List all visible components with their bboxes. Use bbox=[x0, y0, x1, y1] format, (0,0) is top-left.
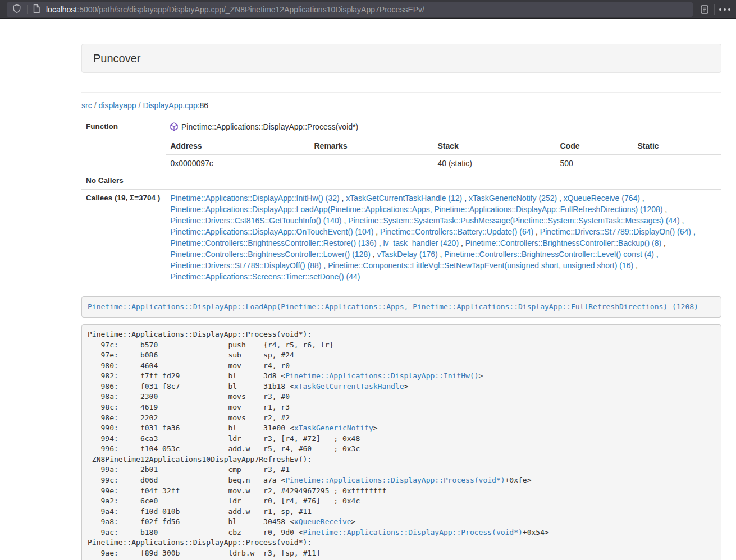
metrics-table: Address Remarks Stack Code Static 0x0000… bbox=[166, 137, 722, 172]
callees-row-label: Callees (19, Σ=3704 ) bbox=[81, 190, 166, 286]
empty-row-label bbox=[81, 137, 166, 172]
callers-row-label: No Callers bbox=[81, 172, 166, 190]
table-row: Callees (19, Σ=3704 ) Pinetime::Applicat… bbox=[81, 190, 721, 286]
callee-separator: , bbox=[459, 238, 465, 247]
browser-url-bar: localhost:5000/path/src/displayapp/Displ… bbox=[0, 0, 736, 19]
metrics-cell: Address Remarks Stack Code Static 0x0000… bbox=[166, 137, 721, 172]
callee-link[interactable]: xTaskGenericNotify (252) bbox=[469, 194, 557, 203]
page-content: Puncover src/displayapp/DisplayApp.cpp:8… bbox=[81, 19, 721, 560]
col-header-address: Address bbox=[166, 137, 310, 155]
callee-separator: , bbox=[654, 250, 659, 259]
reader-mode-icon[interactable] bbox=[700, 4, 710, 17]
assembly-symbol-link[interactable]: Pinetime::Applications::DisplayApp::Proc… bbox=[303, 528, 523, 536]
callee-separator: , bbox=[321, 261, 328, 270]
static-value bbox=[633, 155, 722, 172]
breadcrumb-line-number: :86 bbox=[198, 101, 208, 110]
breadcrumb: src/displayapp/DisplayApp.cpp:86 bbox=[81, 100, 721, 111]
divider-rule bbox=[81, 92, 721, 93]
url-field[interactable]: localhost:5000/path/src/displayapp/Displ… bbox=[7, 2, 693, 17]
divider bbox=[27, 5, 28, 14]
callee-link[interactable]: Pinetime::Controllers::BrightnessControl… bbox=[171, 250, 371, 259]
function-name: Pinetime::Applications::DisplayApp::Proc… bbox=[181, 122, 358, 131]
address-value: 0x0000097c bbox=[166, 155, 310, 172]
callee-link[interactable]: Pinetime::Applications::Screens::Timer::… bbox=[171, 272, 360, 281]
callee-separator: , bbox=[342, 216, 349, 225]
col-header-static: Static bbox=[633, 137, 722, 155]
callee-separator: , bbox=[533, 227, 540, 236]
callee-separator: , bbox=[462, 194, 469, 203]
breadcrumb-link-file[interactable]: DisplayApp.cpp bbox=[143, 101, 197, 110]
function-row-label: Function bbox=[81, 118, 166, 137]
callee-separator: , bbox=[377, 238, 383, 247]
callee-link[interactable]: Pinetime::Components::LittleVgl::SetNewT… bbox=[328, 261, 633, 270]
overflow-menu-icon[interactable] bbox=[719, 8, 730, 11]
page-title: Puncover bbox=[93, 52, 141, 65]
remarks-value bbox=[310, 155, 433, 172]
url-path: :5000/path/src/displayapp/DisplayApp.cpp… bbox=[77, 5, 424, 14]
callee-separator: , bbox=[661, 238, 666, 247]
loadapp-symbol-link[interactable]: Pinetime::Applications::DisplayApp::Load… bbox=[88, 302, 698, 311]
callee-separator: , bbox=[640, 194, 644, 203]
page-icon[interactable] bbox=[33, 4, 40, 16]
callee-link[interactable]: Pinetime::Controllers::BrightnessControl… bbox=[465, 238, 661, 247]
callee-separator: , bbox=[371, 250, 377, 259]
code-value: 500 bbox=[556, 155, 633, 172]
callee-separator: , bbox=[680, 216, 684, 225]
callee-separator: , bbox=[340, 194, 346, 203]
callee-link[interactable]: Pinetime::Controllers::BrightnessControl… bbox=[171, 238, 377, 247]
callee-link[interactable]: xTaskGetCurrentTaskHandle (12) bbox=[346, 194, 462, 203]
col-header-stack: Stack bbox=[433, 137, 556, 155]
table-row: 0x0000097c 40 (static) 500 bbox=[166, 155, 722, 172]
url-text: localhost:5000/path/src/displayapp/Displ… bbox=[46, 5, 424, 14]
breadcrumb-separator: / bbox=[139, 101, 141, 110]
callee-link[interactable]: Pinetime::System::SystemTask::PushMessag… bbox=[348, 216, 680, 225]
table-row: No Callers bbox=[81, 172, 721, 190]
callee-separator: , bbox=[633, 261, 638, 270]
function-name-cell: Pinetime::Applications::DisplayApp::Proc… bbox=[166, 118, 721, 137]
loadapp-symbol-block: Pinetime::Applications::DisplayApp::Load… bbox=[81, 296, 721, 318]
col-header-code: Code bbox=[556, 137, 633, 155]
callee-separator: , bbox=[438, 250, 445, 259]
symbol-detail-table: Function Pinetime::Applications::Display… bbox=[81, 118, 721, 285]
callee-separator: , bbox=[373, 227, 380, 236]
callee-link[interactable]: Pinetime::Drivers::Cst816S::GetTouchInfo… bbox=[171, 216, 342, 225]
table-row: Address Remarks Stack Code Static 0x0000… bbox=[81, 137, 721, 172]
assembly-symbol-link[interactable]: xQueueReceive bbox=[294, 517, 351, 526]
url-host: localhost bbox=[46, 5, 77, 14]
assembly-symbol-link[interactable]: Pinetime::Applications::DisplayApp::Init… bbox=[285, 371, 478, 380]
callee-link[interactable]: Pinetime::Controllers::BrightnessControl… bbox=[444, 250, 653, 259]
callee-link[interactable]: Pinetime::Controllers::Battery::Update()… bbox=[380, 227, 533, 236]
callee-separator: , bbox=[557, 194, 564, 203]
app-title-box: Puncover bbox=[81, 44, 721, 73]
callee-link[interactable]: Pinetime::Applications::DisplayApp::Load… bbox=[171, 205, 663, 214]
toolbar-divider bbox=[714, 4, 715, 15]
table-row: Function Pinetime::Applications::Display… bbox=[81, 118, 721, 137]
callees-cell: Pinetime::Applications::DisplayApp::Init… bbox=[166, 190, 721, 286]
callee-link[interactable]: lv_task_handler (420) bbox=[383, 238, 459, 247]
callee-link[interactable]: vTaskDelay (176) bbox=[377, 250, 438, 259]
callee-link[interactable]: Pinetime::Applications::DisplayApp::Init… bbox=[171, 194, 340, 203]
stack-value: 40 (static) bbox=[433, 155, 556, 172]
breadcrumb-separator: / bbox=[94, 101, 97, 110]
assembly-symbol-link[interactable]: Pinetime::Applications::DisplayApp::Proc… bbox=[285, 476, 505, 484]
breadcrumb-link-displayapp[interactable]: displayapp bbox=[99, 101, 136, 110]
symbol-cube-icon bbox=[170, 122, 178, 134]
table-header-row: Address Remarks Stack Code Static bbox=[166, 137, 722, 155]
callee-link[interactable]: xQueueReceive (764) bbox=[564, 194, 640, 203]
callee-link[interactable]: Pinetime::Drivers::St7789::DisplayOn() (… bbox=[540, 227, 691, 236]
assembly-symbol-link[interactable]: xTaskGenericNotify bbox=[294, 424, 373, 432]
callee-link[interactable]: Pinetime::Drivers::St7789::DisplayOff() … bbox=[171, 261, 322, 270]
callee-separator: , bbox=[691, 227, 696, 236]
callers-cell bbox=[166, 172, 721, 190]
col-header-remarks: Remarks bbox=[310, 137, 433, 155]
callee-link[interactable]: Pinetime::Applications::DisplayApp::OnTo… bbox=[171, 227, 374, 236]
breadcrumb-link-src[interactable]: src bbox=[81, 101, 92, 110]
assembly-symbol-link[interactable]: xTaskGetCurrentTaskHandle bbox=[294, 382, 404, 391]
shield-icon[interactable] bbox=[12, 4, 21, 16]
assembly-listing: Pinetime::Applications::DisplayApp::Proc… bbox=[81, 324, 721, 560]
callee-separator: , bbox=[662, 205, 667, 214]
